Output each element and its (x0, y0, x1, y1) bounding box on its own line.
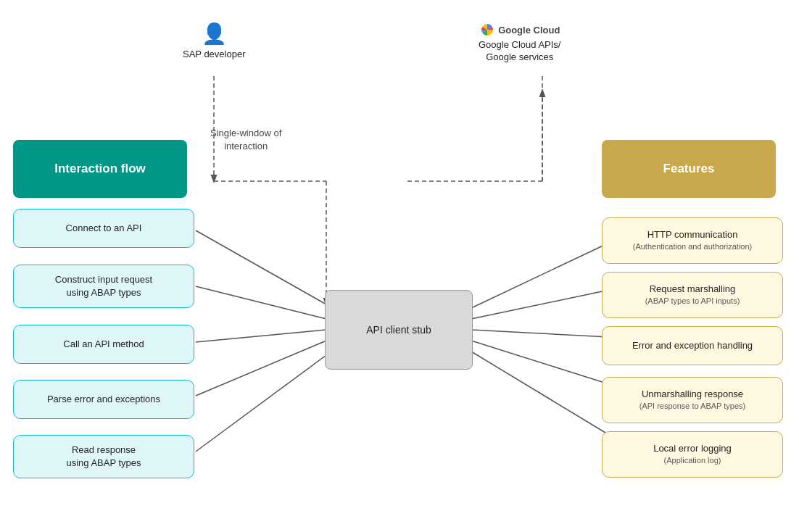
feature-request-marshalling: Request marshalling (ABAP types to API i… (602, 272, 783, 318)
flow-box-parse-error: Parse error and exceptions (13, 380, 194, 419)
svg-line-9 (471, 352, 609, 435)
flow-box-connect-api: Connect to an API (13, 209, 194, 248)
flow-box-read-response: Read responseusing ABAP types (13, 435, 194, 478)
feature-error-handling: Error and exception handling (602, 326, 783, 365)
features-label: Features (602, 140, 776, 198)
api-client-stub-box: API client stub (325, 290, 473, 370)
svg-line-7 (471, 330, 609, 337)
feature-local-error-logging: Local error logging (Application log) (602, 431, 783, 478)
svg-line-3 (196, 341, 326, 396)
person-icon: 👤 (202, 22, 227, 46)
svg-line-1 (196, 286, 326, 319)
interaction-flow-label: Interaction flow (13, 140, 187, 198)
feature-http-communication: HTTP communication (Authentication and a… (602, 217, 783, 264)
flow-box-construct-input: Construct input requestusing ABAP types (13, 265, 194, 308)
svg-line-8 (471, 341, 609, 384)
svg-line-5 (471, 243, 609, 308)
interaction-label: Single-window of interaction (210, 127, 281, 153)
sap-developer-actor: 👤 SAP developer (183, 22, 246, 61)
feature-unmarshalling: Unmarshalling response (API response to … (602, 377, 783, 423)
svg-line-0 (196, 230, 326, 304)
sap-developer-label: SAP developer (183, 49, 246, 61)
svg-line-6 (471, 290, 609, 319)
svg-line-2 (196, 330, 326, 342)
google-cloud-label: Google Cloud APIs/ Google services (479, 39, 560, 64)
google-cloud-actor: Google Cloud Google Cloud APIs/ Google s… (479, 22, 560, 64)
flow-box-call-api: Call an API method (13, 325, 194, 364)
google-cloud-logo-text: Google Cloud (498, 25, 560, 36)
diagram-container: 👤 SAP developer Google Cloud Google Clou… (0, 0, 799, 532)
google-logo: Google Cloud (479, 22, 560, 38)
svg-line-4 (196, 355, 326, 452)
